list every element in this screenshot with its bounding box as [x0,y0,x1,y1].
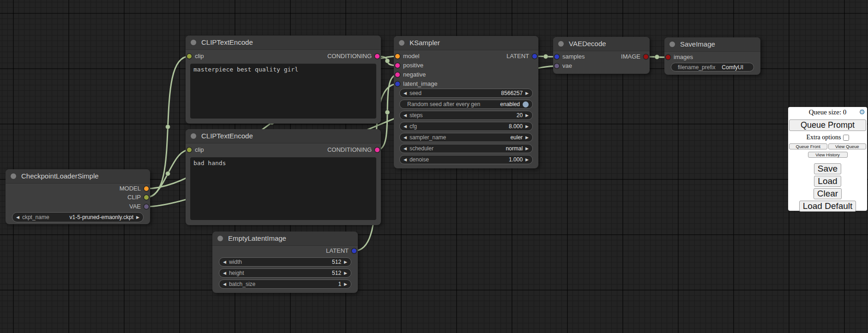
ckpt-model-output-dot[interactable] [144,186,149,191]
increment-arrow-icon[interactable]: ▶ [344,280,347,288]
node-save-image[interactable]: SaveImage images filename_prefix ComfyUI [664,37,760,75]
node-vae-decode[interactable]: VAEDecode samples vae IMAGE [553,37,650,74]
increment-arrow-icon[interactable]: ▶ [344,269,347,277]
toggle-indicator[interactable] [523,101,529,107]
widget-label: sampler_name [410,134,446,141]
collapse-dot[interactable] [191,40,196,45]
node-clip-text-encode-negative[interactable]: CLIPTextEncode clip CONDITIONING bad han… [186,129,381,225]
decrement-arrow-icon[interactable]: ◀ [223,269,226,277]
ksampler-model-input-dot[interactable] [395,54,400,59]
collapse-dot[interactable] [11,173,16,179]
vaedecode-vae-input-dot[interactable] [555,64,559,68]
decrement-arrow-icon[interactable]: ◀ [404,155,407,164]
input-label-negative: negative [403,71,426,79]
random-seed-toggle-widget[interactable]: Random seed after every gen enabled [399,100,533,109]
vaedecode-samples-input-dot[interactable] [555,54,559,59]
increment-arrow-icon[interactable]: ▶ [525,155,529,164]
widget-value: 20 [517,112,523,119]
collapse-dot[interactable] [558,41,564,47]
steps-widget[interactable]: ◀ steps 20 ▶ [399,111,533,120]
node-checkpoint-loader[interactable]: CheckpointLoaderSimple MODEL CLIP VAE ◀ … [6,169,150,224]
batch-size-widget[interactable]: ◀ batch_size 1 ▶ [219,279,351,289]
node-empty-latent-image[interactable]: EmptyLatentImage LATENT ◀ width 512 ▶ ◀ … [212,232,358,293]
increment-arrow-icon[interactable]: ▶ [525,144,529,153]
decrement-arrow-icon[interactable]: ◀ [404,111,407,119]
cfg-widget[interactable]: ◀ cfg 8.000 ▶ [399,122,533,131]
settings-gear-icon[interactable]: ⚙ [859,108,865,116]
decrement-arrow-icon[interactable]: ◀ [404,144,407,153]
collapse-dot[interactable] [217,236,223,241]
decrement-arrow-icon[interactable]: ◀ [404,89,407,97]
output-label-model: MODEL [120,184,141,193]
node-ksampler[interactable]: KSampler model positive negative latent_… [394,36,538,168]
vaedecode-image-output-dot[interactable] [644,54,648,59]
decrement-arrow-icon[interactable]: ◀ [404,133,407,142]
node-title: CLIPTextEncode [201,36,253,49]
clear-button[interactable]: Clear [814,188,842,199]
increment-arrow-icon[interactable]: ▶ [136,213,139,221]
input-label-images: images [674,53,693,61]
prompt-textarea[interactable]: bad hands [190,157,376,220]
collapse-dot[interactable] [191,133,196,139]
decrement-arrow-icon[interactable]: ◀ [223,280,226,288]
ksampler-latent-input-dot[interactable] [395,82,400,86]
output-label-image: IMAGE [621,53,640,61]
increment-arrow-icon[interactable]: ▶ [525,111,529,119]
view-queue-button[interactable]: View Queue [828,143,867,149]
decrement-arrow-icon[interactable]: ◀ [223,258,226,266]
input-label-vae: vae [562,62,572,70]
saveimage-images-input-dot[interactable] [666,55,670,59]
prompt-textarea[interactable]: masterpiece best quality girl [190,64,376,119]
clip-pos-cond-output-dot[interactable] [375,54,380,59]
node-title: KSampler [410,36,440,50]
decrement-arrow-icon[interactable]: ◀ [16,213,19,221]
collapse-dot[interactable] [669,42,675,47]
ksampler-negative-input-dot[interactable] [395,72,400,77]
load-button[interactable]: Load [814,176,841,187]
decrement-arrow-icon[interactable]: ◀ [404,122,407,131]
widget-label: filename_prefix [678,64,715,71]
ckpt-name-widget[interactable]: ◀ ckpt_name v1-5-pruned-emaonly.ckpt ▶ [12,212,144,222]
ksampler-positive-input-dot[interactable] [395,63,400,68]
output-label-clip: CLIP [127,193,141,202]
save-button[interactable]: Save [814,163,841,174]
increment-arrow-icon[interactable]: ▶ [344,258,347,266]
widget-value: 512 [332,270,341,276]
input-label-clip: clip [195,146,204,154]
height-widget[interactable]: ◀ height 512 ▶ [219,268,351,278]
latent-output-dot[interactable] [352,249,356,253]
scheduler-widget[interactable]: ◀ scheduler normal ▶ [399,144,533,153]
queue-size-label: Queue size: 0 [809,108,847,116]
node-graph-canvas[interactable]: CheckpointLoaderSimple MODEL CLIP VAE ◀ … [0,0,868,333]
clip-pos-clip-input-dot[interactable] [187,54,192,59]
clip-neg-cond-output-dot[interactable] [375,148,380,152]
extra-options-checkbox[interactable] [843,135,849,141]
clip-neg-clip-input-dot[interactable] [187,148,192,152]
widget-value: normal [506,145,523,152]
node-clip-text-encode-positive[interactable]: CLIPTextEncode clip CONDITIONING masterp… [186,36,381,124]
queue-front-button[interactable]: Queue Front [789,143,827,149]
ckpt-clip-output-dot[interactable] [144,195,149,200]
width-widget[interactable]: ◀ width 512 ▶ [219,257,351,267]
input-label-latent-image: latent_image [403,80,437,88]
increment-arrow-icon[interactable]: ▶ [525,89,529,97]
ksampler-latent-output-dot[interactable] [532,54,537,59]
collapse-dot[interactable] [399,40,404,46]
view-history-button[interactable]: View History [808,152,848,158]
ckpt-vae-output-dot[interactable] [144,204,149,209]
widget-value: 8566257 [501,90,523,96]
denoise-widget[interactable]: ◀ denoise 1.000 ▶ [399,155,533,164]
seed-widget[interactable]: ◀ seed 8566257 ▶ [399,89,533,98]
filename-prefix-widget[interactable]: filename_prefix ComfyUI [671,63,754,71]
widget-label: denoise [410,156,429,163]
queue-prompt-button[interactable]: Queue Prompt [789,119,866,131]
widget-value: v1-5-pruned-emaonly.ckpt [70,214,134,220]
increment-arrow-icon[interactable]: ▶ [525,122,529,131]
node-title: CLIPTextEncode [201,129,253,143]
widget-label: seed [410,90,422,96]
increment-arrow-icon[interactable]: ▶ [525,133,529,142]
sampler-name-widget[interactable]: ◀ sampler_name euler ▶ [399,133,533,142]
output-label-latent: LATENT [506,52,529,60]
output-label-conditioning: CONDITIONING [327,52,372,60]
load-default-button[interactable]: Load Default [799,201,856,212]
